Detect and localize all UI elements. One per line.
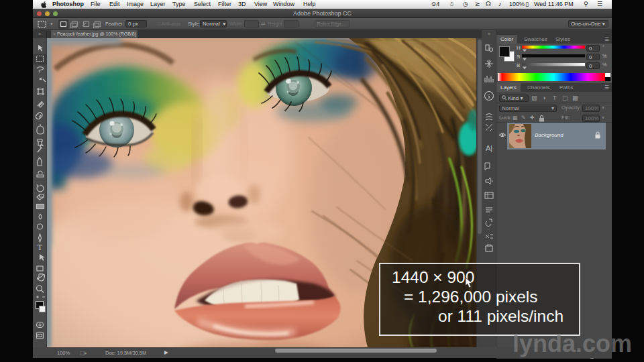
svg-text:T: T — [38, 243, 43, 252]
svg-text:»: » — [488, 32, 490, 36]
svg-text:A|: A| — [486, 144, 492, 152]
